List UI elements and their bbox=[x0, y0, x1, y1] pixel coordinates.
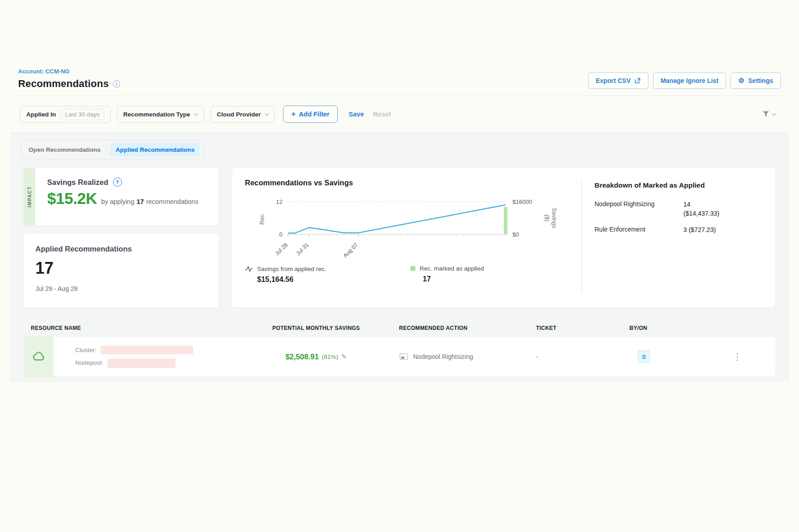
breakdown-row-label: Nodepool Rightsizing bbox=[594, 200, 683, 218]
applied-in-value[interactable]: Last 30 days bbox=[60, 109, 104, 120]
page-title: Recommendations bbox=[18, 78, 109, 90]
recommendation-type-filter-chip[interactable]: Recommendation Type bbox=[117, 106, 205, 123]
row-menu-cell: ⋮ bbox=[699, 351, 775, 363]
resource-type-strip bbox=[24, 337, 54, 377]
ticket-cell: - bbox=[504, 353, 590, 360]
rightsizing-icon bbox=[399, 353, 408, 361]
content-panel: Open Recommendations Applied Recommendat… bbox=[10, 133, 789, 382]
breakdown-value-line2: ($14,437.33) bbox=[683, 210, 719, 217]
recommended-action-label: Nodepool Rightsizing bbox=[413, 353, 473, 360]
header-left: Account: CCM-NG Recommendations i bbox=[18, 68, 120, 90]
export-csv-button[interactable]: Export CSV bbox=[588, 73, 648, 89]
applied-in-filter-chip[interactable]: Applied In Last 30 days bbox=[20, 106, 111, 123]
legend-applied-value: 17 bbox=[423, 275, 484, 283]
cloud-provider-label: Cloud Provider bbox=[217, 111, 261, 118]
filter-panel-toggle[interactable] bbox=[762, 111, 779, 118]
savings-line bbox=[288, 205, 506, 233]
col-header-recommended-action: RECOMMENDED ACTION bbox=[373, 325, 504, 331]
table-row[interactable]: Cluster: Nodepool: $2,508.91 (81%) bbox=[24, 337, 775, 377]
cloud-provider-filter-chip[interactable]: Cloud Provider bbox=[210, 106, 275, 123]
right-axis-tick-bottom: $0 bbox=[512, 231, 519, 238]
chart-card: Recommendations vs Savings Jul 28Jul 31A… bbox=[232, 168, 775, 308]
byline-suffix: recommendations bbox=[146, 198, 198, 205]
reset-filter-button[interactable]: Reset bbox=[373, 111, 391, 118]
tab-applied-recommendations[interactable]: Applied Recommendations bbox=[111, 143, 200, 156]
manage-ignore-list-label: Manage Ignore List bbox=[661, 77, 719, 84]
savings-realized-title: Savings Realized bbox=[47, 178, 108, 187]
filter-bar: Applied In Last 30 days Recommendation T… bbox=[10, 96, 789, 132]
legend-applied: Rec. marked as applied 17 bbox=[410, 265, 484, 284]
savings-realized-amount: $15.2K bbox=[47, 189, 97, 208]
legend-savings: Savings from applied rec. $15,164.56 bbox=[245, 265, 326, 284]
applied-card-title: Applied Recommendations bbox=[35, 245, 207, 253]
chevron-down-icon bbox=[265, 111, 269, 116]
applied-card-date-range: Jul 29 - Aug 28 bbox=[35, 285, 207, 292]
summary-cards-row: IMPACT Savings Realized ? $15.2K by appl… bbox=[18, 168, 781, 308]
export-csv-label: Export CSV bbox=[596, 77, 631, 84]
gear-icon: ⚙ bbox=[738, 77, 744, 85]
settings-button[interactable]: ⚙ Settings bbox=[731, 73, 781, 89]
breakdown-row-value: 14($14,437.33) bbox=[683, 200, 719, 218]
funnel-icon bbox=[762, 111, 770, 118]
recommendation-type-label: Recommendation Type bbox=[123, 111, 190, 118]
right-axis-tick-top: $16000 bbox=[512, 198, 532, 205]
byon-cell: S bbox=[590, 350, 699, 363]
add-filter-button[interactable]: + Add Filter bbox=[283, 106, 338, 123]
manage-ignore-list-button[interactable]: Manage Ignore List bbox=[653, 73, 726, 89]
nodepool-label: Nodepool: bbox=[75, 359, 103, 366]
applied-recommendations-card: Applied Recommendations 17 Jul 29 - Aug … bbox=[24, 234, 219, 308]
applied-bar bbox=[504, 207, 507, 234]
col-header-potential-savings: POTENTIAL MONTHLY SAVINGS bbox=[259, 325, 373, 331]
plus-icon: + bbox=[291, 110, 296, 119]
savings-cell: $2,508.91 (81%) ✎ bbox=[259, 353, 373, 361]
breakdown-row: Nodepool Rightsizing 14($14,437.33) bbox=[594, 200, 766, 218]
page: Account: CCM-NG Recommendations i Export… bbox=[0, 0, 799, 532]
chart-title: Recommendations vs Savings bbox=[245, 179, 581, 187]
tab-open-recommendations[interactable]: Open Recommendations bbox=[27, 143, 102, 156]
green-square-icon bbox=[410, 266, 415, 271]
chart-legend: Savings from applied rec. $15,164.56 Rec… bbox=[245, 265, 581, 284]
redacted-nodepool-name bbox=[107, 358, 175, 368]
cloud-icon bbox=[31, 349, 46, 364]
right-axis-title-line1: Savings bbox=[551, 208, 557, 228]
resource-cell: Cluster: Nodepool: bbox=[24, 337, 259, 377]
cluster-label: Cluster: bbox=[75, 347, 97, 353]
help-icon[interactable]: ? bbox=[113, 178, 122, 187]
save-filter-button[interactable]: Save bbox=[349, 111, 364, 118]
left-axis-tick-top: 12 bbox=[276, 198, 283, 205]
col-header-resource-name: RESOURCE NAME bbox=[24, 325, 259, 331]
svg-text:Jul 28: Jul 28 bbox=[274, 242, 289, 257]
savings-amount: $2,508.91 bbox=[285, 353, 318, 361]
user-avatar-badge[interactable]: S bbox=[638, 350, 650, 363]
recommendations-table: RESOURCE NAME POTENTIAL MONTHLY SAVINGS … bbox=[24, 321, 775, 377]
col-header-by-on: BY/ON bbox=[590, 325, 699, 331]
svg-text:Aug 07: Aug 07 bbox=[342, 242, 359, 259]
add-filter-label: Add Filter bbox=[299, 111, 330, 118]
col-header-ticket: TICKET bbox=[504, 325, 590, 331]
info-icon[interactable]: i bbox=[113, 80, 120, 87]
left-axis-title: Rec. bbox=[259, 213, 265, 225]
edit-pencil-icon[interactable]: ✎ bbox=[341, 353, 347, 360]
kebab-menu-icon[interactable]: ⋮ bbox=[730, 351, 745, 363]
savings-realized-byline: by applying17recommendations bbox=[101, 198, 199, 205]
breakdown-title: Breakdown of Marked as Applied bbox=[594, 181, 766, 189]
legend-savings-value: $15,164.56 bbox=[257, 276, 326, 284]
summary-left-column: IMPACT Savings Realized ? $15.2K by appl… bbox=[24, 168, 219, 308]
left-axis-tick-bottom: 0 bbox=[279, 231, 283, 238]
applied-card-count: 17 bbox=[35, 259, 207, 278]
svg-text:Jul 31: Jul 31 bbox=[295, 242, 310, 257]
chart-canvas: Jul 28Jul 31Aug 07 12 0 $16000 $0 Rec. S… bbox=[245, 189, 580, 262]
applied-in-label: Applied In bbox=[26, 111, 56, 118]
breakdown-row-value: 3 ($727.23) bbox=[683, 226, 716, 235]
legend-applied-label: Rec. marked as applied bbox=[419, 265, 484, 272]
header-actions: Export CSV Manage Ignore List ⚙ Settings bbox=[588, 73, 781, 89]
chart-section: Recommendations vs Savings Jul 28Jul 31A… bbox=[245, 179, 581, 308]
chevron-down-icon bbox=[194, 111, 199, 116]
settings-label: Settings bbox=[748, 77, 773, 84]
redacted-cluster-name bbox=[101, 346, 193, 354]
table-header-row: RESOURCE NAME POTENTIAL MONTHLY SAVINGS … bbox=[24, 321, 775, 335]
account-breadcrumb[interactable]: Account: CCM-NG bbox=[18, 68, 120, 75]
savings-realized-card: IMPACT Savings Realized ? $15.2K by appl… bbox=[24, 168, 219, 226]
page-header: Account: CCM-NG Recommendations i Export… bbox=[10, 68, 789, 90]
x-axis-ticks: Jul 28Jul 31Aug 07 bbox=[274, 234, 506, 259]
